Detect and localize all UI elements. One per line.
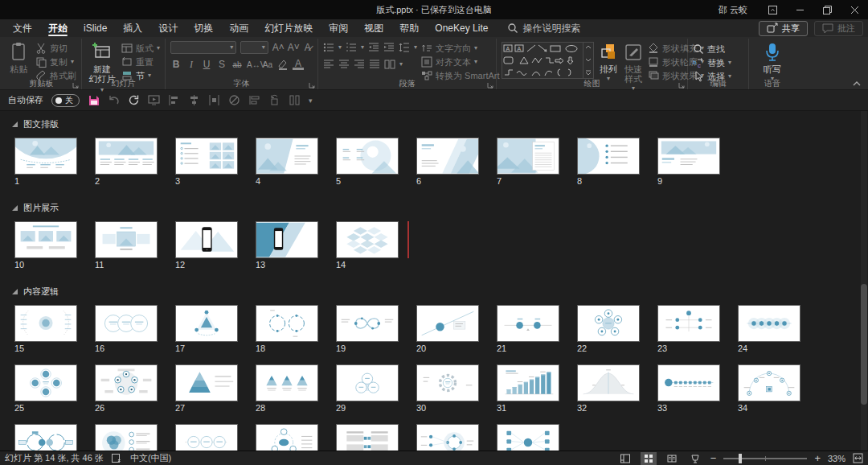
rotate-icon[interactable] [268,94,280,106]
qat-overflow-icon[interactable]: ▾ [309,97,313,104]
ribbon-tab-1[interactable]: 开始 [40,19,76,37]
slide-sorter-view-button[interactable] [641,452,657,465]
slide-thumbnail-36[interactable]: 36 [95,424,158,451]
slide-thumbnail-19[interactable]: 19 [336,305,399,354]
section-header[interactable]: 图文排版 [0,118,868,130]
slide-thumbnail-17[interactable]: 17 [175,305,238,354]
fit-to-window-icon[interactable] [853,453,863,463]
reading-view-button[interactable] [664,452,680,465]
decrease-indent-button[interactable] [368,42,379,53]
paste-button[interactable]: 粘贴 [6,40,31,81]
dialog-launcher-icon[interactable] [309,82,315,88]
slide-thumbnail-26[interactable]: 26 [95,364,158,414]
section-collapse-icon[interactable] [12,121,18,127]
distribute-horizontal-icon[interactable] [208,94,220,106]
slide-thumbnail-4[interactable]: 4 [256,138,318,187]
ribbon-tab-5[interactable]: 切换 [186,19,221,37]
slide-thumbnail-10[interactable]: 10 [14,221,77,270]
start-slideshow-icon[interactable] [148,94,160,106]
slide-thumbnail-38[interactable]: 38 [256,424,318,451]
slide-thumbnail-12[interactable]: 12 [175,221,238,270]
section-collapse-icon[interactable] [12,205,18,211]
slide-thumbnail-5[interactable]: 5 [336,138,399,187]
accessibility-icon[interactable] [112,454,122,463]
align-text-button[interactable]: 对齐文本▾ [421,56,506,68]
slide-thumbnail-13[interactable]: 13 [256,221,318,270]
bold-button[interactable]: B [170,59,182,70]
reset-button[interactable]: 重置 [121,56,160,68]
dialog-launcher-icon[interactable] [487,82,493,88]
columns-button[interactable] [384,59,395,70]
undo-icon[interactable] [108,94,120,106]
align-objects-icon[interactable] [248,94,260,106]
align-left-button[interactable] [323,59,334,70]
shapes-gallery[interactable]: A A [502,42,594,79]
section-header[interactable]: 图片展示 [0,202,868,214]
zoom-out-button[interactable]: − [710,454,717,463]
decrease-font-size-button[interactable]: A˅ [288,42,299,53]
slide-thumbnail-30[interactable]: 30 [416,364,479,414]
increase-indent-button[interactable] [383,42,395,53]
section-collapse-icon[interactable] [12,289,18,294]
slide-thumbnail-41[interactable]: 41 [497,424,559,451]
ribbon-tab-0[interactable]: 文件 [5,19,40,37]
copy-button[interactable]: 复制▾ [35,56,76,68]
normal-view-button[interactable] [617,452,633,465]
comments-button[interactable]: 批注 [814,21,863,36]
share-button[interactable]: 共享 [759,21,808,36]
increase-font-size-button[interactable]: A˄ [272,42,284,53]
underline-button[interactable]: U [201,59,212,70]
ribbon-tab-9[interactable]: 视图 [356,19,391,37]
no-fill-icon[interactable] [228,94,240,106]
slide-thumbnail-34[interactable]: 34 [738,364,800,414]
highlight-color-button[interactable] [277,59,289,70]
slide-thumbnail-3[interactable]: 3 [175,138,238,187]
find-button[interactable]: 查找 [693,43,743,55]
font-color-button[interactable]: A [293,60,304,70]
clear-formatting-button[interactable]: A̷ [303,42,313,53]
slide-thumbnail-16[interactable]: 16 [95,305,158,354]
bullets-button[interactable] [323,42,334,53]
align-right-button[interactable] [354,59,365,70]
slideshow-view-button[interactable] [687,452,703,465]
columns-width-icon[interactable] [289,94,301,106]
cut-button[interactable]: 剪切 [35,43,76,54]
ribbon-tab-8[interactable]: 审阅 [321,19,356,37]
ribbon-display-options-icon[interactable] [759,0,786,19]
gallery-down-icon[interactable] [585,58,592,63]
ribbon-tab-4[interactable]: 设计 [150,19,186,37]
slide-thumbnail-32[interactable]: 32 [577,364,640,414]
align-left-objects-icon[interactable] [168,94,180,106]
close-button[interactable] [841,0,868,19]
slide-thumbnail-6[interactable]: 6 [416,138,479,187]
slide-thumbnail-15[interactable]: 15 [14,305,77,354]
slide-thumbnail-25[interactable]: 25 [14,364,77,414]
autosave-toggle[interactable]: 关 [51,94,80,107]
minimize-button[interactable] [786,0,813,19]
slide-thumbnail-39[interactable]: 39 [336,424,399,451]
align-center-objects-icon[interactable] [188,94,200,106]
align-center-button[interactable] [338,59,350,70]
justify-button[interactable] [369,59,380,70]
tell-me-search[interactable]: 操作说明搜索 [507,22,580,35]
slide-thumbnail-1[interactable]: 1 [14,138,77,187]
slide-thumbnail-22[interactable]: 22 [577,305,640,354]
redo-icon[interactable] [128,94,140,106]
ribbon-tab-7[interactable]: 幻灯片放映 [256,19,321,37]
ribbon-tab-10[interactable]: 帮助 [391,19,427,37]
slide-thumbnail-9[interactable]: 9 [657,138,720,187]
slide-counter[interactable]: 幻灯片 第 14 张, 共 46 张 [5,452,104,464]
slide-thumbnail-8[interactable]: 8 [577,138,640,187]
ribbon-tab-6[interactable]: 动画 [221,19,256,37]
maximize-button[interactable] [813,0,841,19]
ribbon-tab-3[interactable]: 插入 [115,19,150,37]
font-name-combobox[interactable]: ▾ [170,41,236,54]
slide-thumbnail-37[interactable]: 37 [175,424,238,451]
user-name[interactable]: 邵 云蛟 [707,4,759,16]
save-icon[interactable] [88,94,100,106]
slide-thumbnail-18[interactable]: 18 [256,305,318,354]
zoom-slider[interactable] [723,458,807,459]
slide-thumbnail-31[interactable]: 31 [497,364,559,414]
zoom-level[interactable]: 33% [828,454,845,463]
slide-thumbnail-7[interactable]: 7 [497,138,559,187]
